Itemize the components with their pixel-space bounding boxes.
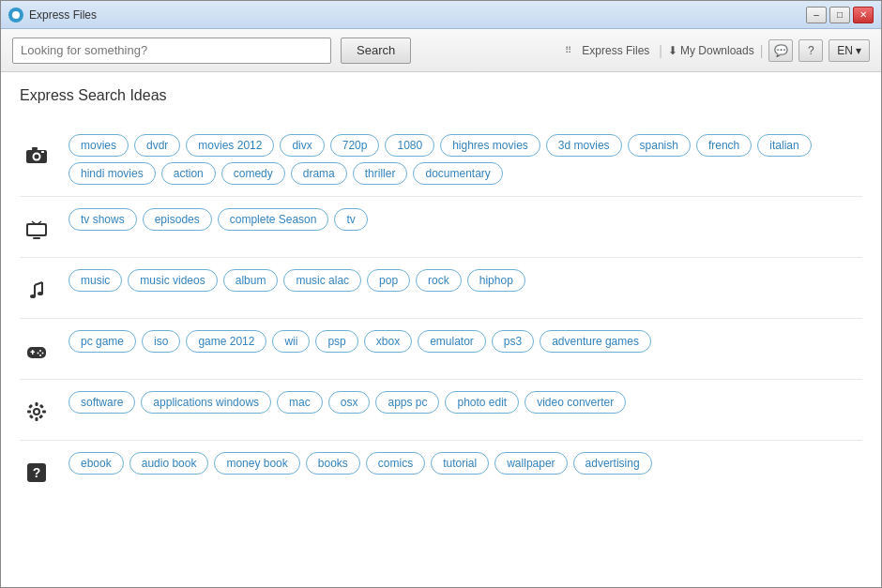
svg-rect-7	[28, 225, 45, 234]
separator: |	[659, 43, 662, 58]
tag-xbox[interactable]: xbox	[364, 330, 412, 353]
window-title: Express Files	[29, 8, 806, 22]
svg-point-18	[39, 354, 41, 356]
tag-divx[interactable]: divx	[280, 134, 324, 157]
language-button[interactable]: EN ▾	[829, 39, 870, 62]
svg-rect-15	[31, 352, 36, 354]
tag-emulator[interactable]: emulator	[418, 330, 486, 353]
dots-icon: ⠿	[565, 45, 572, 55]
tag-720p[interactable]: 720p	[330, 134, 380, 157]
tag-rock[interactable]: rock	[416, 269, 462, 292]
question-icon: ?	[20, 456, 53, 490]
tag-comics[interactable]: comics	[366, 452, 425, 475]
tag-hindi-movies[interactable]: hindi movies	[68, 162, 156, 185]
tv-icon	[20, 212, 53, 246]
tag-complete-season[interactable]: complete Season	[218, 208, 329, 231]
svg-rect-27	[38, 415, 43, 419]
search-button[interactable]: Search	[341, 38, 411, 64]
tag-advertising[interactable]: advertising	[573, 452, 652, 475]
tag-tutorial[interactable]: tutorial	[431, 452, 489, 475]
tag-music[interactable]: music	[68, 269, 122, 292]
tag-italian[interactable]: italian	[757, 134, 811, 157]
tag-highres-movies[interactable]: highres movies	[440, 134, 540, 157]
tag-adventure-games[interactable]: adventure games	[540, 330, 651, 353]
content-area: Express Search Ideas moviesdvdrmovies 20…	[1, 72, 881, 587]
tag-album[interactable]: album	[223, 269, 279, 292]
tag-episodes[interactable]: episodes	[143, 208, 212, 231]
tag-osx[interactable]: osx	[328, 391, 371, 414]
tag-3d-movies[interactable]: 3d movies	[546, 134, 622, 157]
app-icon	[8, 8, 23, 23]
tag-photo-edit[interactable]: photo edit	[445, 391, 519, 414]
close-button[interactable]: ✕	[853, 7, 874, 23]
svg-rect-22	[36, 402, 38, 406]
tag-audio-book[interactable]: audio book	[129, 452, 209, 475]
separator2: |	[760, 43, 764, 58]
tag-hiphop[interactable]: hiphop	[467, 269, 525, 292]
tag-french[interactable]: french	[696, 134, 752, 157]
tag-movies-2012[interactable]: movies 2012	[186, 134, 274, 157]
help-button[interactable]: ?	[798, 39, 823, 62]
tag-spanish[interactable]: spanish	[628, 134, 691, 157]
tag-movies[interactable]: movies	[68, 134, 129, 157]
tags-software: softwareapplications windowsmacosxapps p…	[68, 391, 862, 414]
window-controls: – □ ✕	[806, 7, 874, 23]
tag-ebook[interactable]: ebook	[68, 452, 124, 475]
tag-drama[interactable]: drama	[291, 162, 347, 185]
svg-rect-8	[33, 237, 40, 239]
tag-comedy[interactable]: comedy	[221, 162, 285, 185]
tags-ebooks: ebookaudio bookmoney bookbookscomicstuto…	[68, 452, 862, 475]
tags-games: pc gameisogame 2012wiipspxboxemulatorps3…	[68, 330, 862, 353]
svg-point-21	[35, 410, 38, 414]
tag-ps3[interactable]: ps3	[492, 330, 534, 353]
gear-icon	[20, 395, 53, 429]
tag-pop[interactable]: pop	[367, 269, 410, 292]
tag-video-converter[interactable]: video converter	[525, 391, 626, 414]
svg-rect-4	[32, 147, 38, 150]
svg-rect-29	[39, 404, 44, 409]
tag-1080[interactable]: 1080	[385, 134, 434, 157]
tag-iso[interactable]: iso	[142, 330, 180, 353]
tag-psp[interactable]: psp	[315, 330, 357, 353]
main-window: Express Files – □ ✕ Search ⠿ Express Fil…	[0, 0, 882, 588]
tag-books[interactable]: books	[306, 452, 360, 475]
express-files-link[interactable]: Express Files	[578, 42, 653, 59]
tag-software[interactable]: software	[68, 391, 135, 414]
toolbar: Search ⠿ Express Files | ⬇ My Downloads …	[1, 29, 881, 72]
svg-rect-26	[28, 404, 33, 409]
tag-music-videos[interactable]: music videos	[128, 269, 217, 292]
svg-rect-24	[27, 411, 31, 414]
minimize-button[interactable]: –	[806, 7, 827, 23]
svg-point-17	[42, 353, 44, 354]
tag-money-book[interactable]: money book	[214, 452, 299, 475]
tag-applications-windows[interactable]: applications windows	[141, 391, 271, 414]
category-shows: tv showsepisodescomplete Seasontv	[20, 197, 862, 258]
tag-game-2012[interactable]: game 2012	[186, 330, 266, 353]
svg-point-16	[39, 350, 41, 352]
tag-documentary[interactable]: documentary	[413, 162, 502, 185]
tags-music: musicmusic videosalbummusic alacpoprockh…	[68, 269, 862, 292]
tag-tv-shows[interactable]: tv shows	[68, 208, 137, 231]
svg-point-3	[35, 155, 39, 159]
tag-wallpaper[interactable]: wallpaper	[494, 452, 567, 475]
my-downloads-link[interactable]: ⬇ My Downloads	[668, 44, 754, 57]
tag-apps-pc[interactable]: apps pc	[375, 391, 439, 414]
svg-rect-28	[29, 415, 34, 419]
category-software: softwareapplications windowsmacosxapps p…	[20, 380, 862, 441]
tag-dvdr[interactable]: dvdr	[134, 134, 180, 157]
tag-pc-game[interactable]: pc game	[68, 330, 136, 353]
svg-text:?: ?	[33, 465, 41, 480]
gamepad-icon	[20, 334, 53, 368]
category-ebooks: ? ebookaudio bookmoney bookbookscomicstu…	[20, 441, 862, 501]
page-title: Express Search Ideas	[20, 87, 862, 104]
tag-thriller[interactable]: thriller	[353, 162, 408, 185]
camera-icon	[20, 138, 53, 172]
tag-music-alac[interactable]: music alac	[283, 269, 361, 292]
tag-action[interactable]: action	[161, 162, 216, 185]
tag-wii[interactable]: wii	[272, 330, 310, 353]
feedback-button[interactable]: 💬	[768, 39, 793, 62]
search-input[interactable]	[12, 38, 331, 64]
maximize-button[interactable]: □	[829, 7, 850, 23]
tag-mac[interactable]: mac	[277, 391, 323, 414]
tag-tv[interactable]: tv	[334, 208, 367, 231]
